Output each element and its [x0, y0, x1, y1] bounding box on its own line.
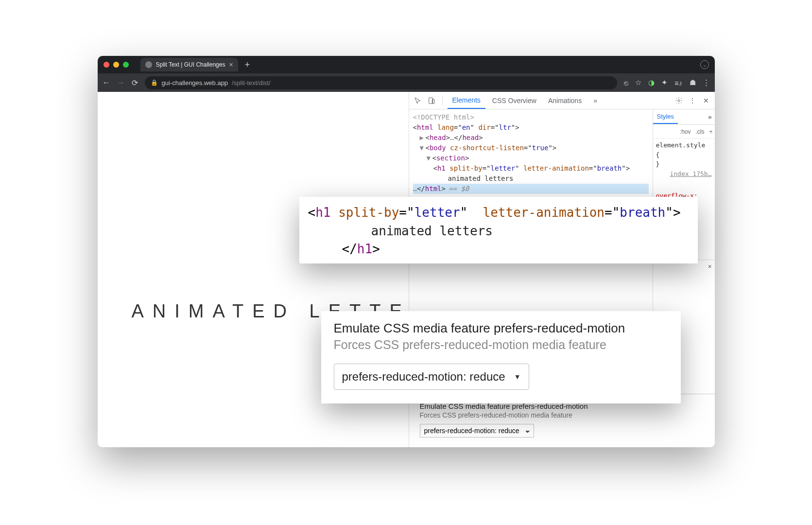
profile-icon[interactable]: ☗ [690, 78, 696, 87]
overlay-code-snippet: <h1 split-by="letter" letter-animation="… [299, 197, 698, 263]
ov-tag: h1 [315, 205, 330, 220]
emulate-subtitle: Forces CSS prefers-reduced-motion media … [334, 338, 668, 352]
ov-attr: letter-animation [483, 205, 605, 220]
h1-node[interactable]: <h1 split-by="letter" letter-animation="… [413, 163, 649, 174]
reload-button[interactable]: ⟳ [132, 78, 138, 88]
devtools-tabs: Elements CSS Overview Animations » ⋮ ✕ [409, 92, 715, 109]
extensions-icon[interactable]: ✦ [661, 78, 668, 87]
hov-toggle[interactable]: :hov [680, 128, 691, 135]
traffic-lights [104, 62, 129, 68]
minimize-window-button[interactable] [113, 62, 119, 68]
ov-val: breath [620, 205, 665, 220]
drawer-subtitle: Forces CSS prefers-reduced-motion media … [420, 411, 704, 419]
tab-animations[interactable]: Animations [543, 93, 587, 108]
extension-color-icon[interactable]: ◑ [648, 78, 655, 87]
svg-point-2 [678, 100, 680, 102]
lock-icon: 🔒 [151, 79, 158, 86]
rule-source-link[interactable]: index 175b… [670, 169, 711, 179]
styles-tabs-more[interactable]: » [705, 110, 714, 123]
devtools-menu-icon[interactable]: ⋮ [687, 95, 698, 106]
emulate-select[interactable]: prefers-reduced-motion: reduce ▼ [334, 364, 529, 390]
add-rule-button[interactable]: + [709, 128, 712, 135]
chevron-down-icon: ▼ [514, 373, 521, 381]
translate-icon[interactable]: ⎋ [624, 79, 628, 87]
styles-close-icon[interactable]: ✕ [708, 262, 712, 270]
toolbar-icons: ⎋ ☆ ◑ ✦ ≡♪ ☗ ⋮ [624, 78, 709, 87]
url-host: gui-challenges.web.app [162, 79, 228, 87]
inspect-element-icon[interactable] [412, 95, 424, 106]
h1-text-node: animated letters [413, 174, 649, 184]
ov-val: letter [415, 205, 460, 220]
doctype-node: <!DOCTYPE html> [413, 112, 649, 122]
settings-icon[interactable] [673, 95, 685, 106]
forward-button[interactable]: → [117, 78, 125, 87]
close-tab-button[interactable]: × [229, 61, 233, 69]
cls-toggle[interactable]: .cls [695, 128, 704, 135]
close-window-button[interactable] [104, 62, 109, 68]
device-toolbar-icon[interactable] [426, 95, 437, 106]
head-node[interactable]: ▶<head>…</head> [413, 133, 649, 143]
new-tab-button[interactable]: + [245, 60, 250, 70]
emulate-select-value: prefers-reduced-motion: reduce [342, 370, 505, 384]
kebab-menu-icon[interactable]: ⋮ [703, 78, 710, 87]
html-open-node[interactable]: <html lang="en" dir="ltr"> [413, 122, 649, 133]
close-devtools-button[interactable]: ✕ [700, 95, 712, 106]
back-button[interactable]: ← [103, 78, 110, 87]
tab-title: Split Text | GUI Challenges [156, 61, 225, 68]
html-close-node[interactable]: …</html>== $0 [413, 184, 649, 194]
titlebar: Split Text | GUI Challenges × + ⌄ [98, 56, 715, 73]
tab-css-overview[interactable]: CSS Overview [487, 93, 541, 108]
overlay-emulate-panel: Emulate CSS media feature prefers-reduce… [321, 311, 681, 403]
favicon-icon [145, 61, 152, 68]
body-node[interactable]: ▼<body cz-shortcut-listen="true"> [413, 143, 649, 153]
emulate-title: Emulate CSS media feature prefers-reduce… [334, 321, 668, 336]
prefers-reduced-motion-select[interactable]: prefers-reduced-motion: reduce [420, 424, 534, 438]
window-menu-button[interactable]: ⌄ [700, 60, 709, 69]
section-node[interactable]: ▼<section> [413, 153, 649, 163]
svg-rect-1 [432, 99, 434, 104]
bookmark-icon[interactable]: ☆ [635, 78, 641, 87]
styles-tab[interactable]: Styles [653, 110, 678, 124]
address-bar: ← → ⟳ 🔒 gui-challenges.web.app/split-tex… [98, 73, 715, 92]
url-path: /split-text/dist/ [232, 79, 270, 87]
tabs-overflow-button[interactable]: » [588, 93, 602, 108]
rule-close: } [656, 159, 712, 169]
ov-text: animated letters [308, 222, 689, 241]
ov-attr: split-by [338, 205, 399, 220]
ov-close-tag: h1 [357, 242, 372, 256]
url-field[interactable]: 🔒 gui-challenges.web.app/split-text/dist… [145, 76, 618, 89]
maximize-window-button[interactable] [123, 62, 129, 68]
rule-selector: element.style { [656, 140, 712, 159]
music-icon[interactable]: ≡♪ [674, 79, 682, 87]
browser-tab[interactable]: Split Text | GUI Challenges × [140, 58, 238, 71]
tab-elements[interactable]: Elements [448, 92, 485, 109]
